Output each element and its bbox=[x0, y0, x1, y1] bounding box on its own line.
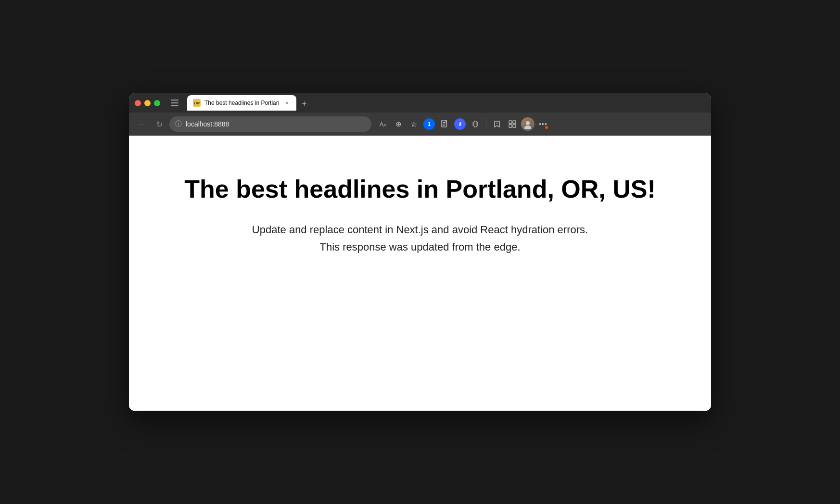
page-heading: The best headlines in Portland, OR, US! bbox=[184, 174, 655, 204]
svg-rect-1 bbox=[171, 102, 178, 103]
minimize-window-button[interactable] bbox=[144, 100, 151, 106]
info-icon[interactable]: ⓘ bbox=[175, 120, 182, 128]
svg-rect-5 bbox=[443, 124, 445, 125]
tab-manager-button[interactable] bbox=[506, 117, 519, 131]
svg-rect-0 bbox=[171, 100, 178, 101]
page-description: Update and replace content in Next.js an… bbox=[252, 221, 588, 255]
svg-rect-12 bbox=[513, 125, 516, 127]
browser-window: LW The best headlines in Portlan × + ← ↻… bbox=[129, 93, 711, 411]
svg-rect-11 bbox=[509, 125, 512, 127]
miro-button[interactable]: // bbox=[453, 117, 467, 131]
font-size-button[interactable]: AA bbox=[376, 117, 390, 131]
close-window-button[interactable] bbox=[135, 100, 141, 106]
document-button[interactable] bbox=[438, 117, 451, 131]
notification-dot bbox=[544, 125, 549, 130]
tab-favicon: LW bbox=[193, 99, 201, 107]
reload-button[interactable]: ↻ bbox=[152, 117, 166, 131]
svg-rect-9 bbox=[509, 121, 512, 124]
page-content: The best headlines in Portland, OR, US! … bbox=[129, 136, 711, 411]
title-bar: LW The best headlines in Portlan × + bbox=[129, 93, 711, 113]
address-bar[interactable]: ⓘ localhost:8888 bbox=[169, 116, 371, 132]
overflow-menu-button[interactable]: ••• bbox=[536, 117, 550, 131]
traffic-lights bbox=[135, 100, 160, 106]
extensions-button[interactable] bbox=[469, 117, 482, 131]
user-avatar-button[interactable] bbox=[521, 117, 535, 131]
tab-title: The best headlines in Portlan bbox=[204, 100, 279, 106]
svg-point-14 bbox=[524, 126, 531, 129]
1password-button[interactable]: 1 bbox=[422, 117, 436, 131]
avatar bbox=[521, 117, 535, 131]
miro-icon: // bbox=[454, 118, 466, 130]
sidebar-toggle-button[interactable] bbox=[168, 96, 181, 110]
toolbar-icons: AA ⊕ ☆ + 1 bbox=[376, 117, 550, 131]
svg-rect-4 bbox=[443, 122, 445, 123]
svg-rect-2 bbox=[171, 105, 178, 106]
active-tab[interactable]: LW The best headlines in Portlan × bbox=[187, 95, 296, 111]
svg-rect-10 bbox=[513, 121, 516, 124]
svg-rect-6 bbox=[443, 125, 445, 126]
toolbar-divider bbox=[486, 119, 486, 129]
new-tab-button[interactable]: + bbox=[297, 97, 311, 111]
maximize-window-button[interactable] bbox=[154, 100, 160, 106]
bookmark-add-button[interactable]: ☆ + bbox=[407, 117, 420, 131]
toolbar: ← ↻ ⓘ localhost:8888 AA ⊕ ☆ + 1 bbox=[129, 113, 711, 136]
tab-close-button[interactable]: × bbox=[283, 99, 291, 107]
back-button[interactable]: ← bbox=[135, 117, 149, 131]
bookmarks-list-button[interactable] bbox=[490, 117, 504, 131]
address-text: localhost:8888 bbox=[186, 120, 366, 128]
tabs-area: LW The best headlines in Portlan × + bbox=[187, 95, 705, 111]
1password-icon: 1 bbox=[423, 118, 435, 130]
svg-point-13 bbox=[526, 121, 530, 125]
zoom-button[interactable]: ⊕ bbox=[392, 117, 405, 131]
